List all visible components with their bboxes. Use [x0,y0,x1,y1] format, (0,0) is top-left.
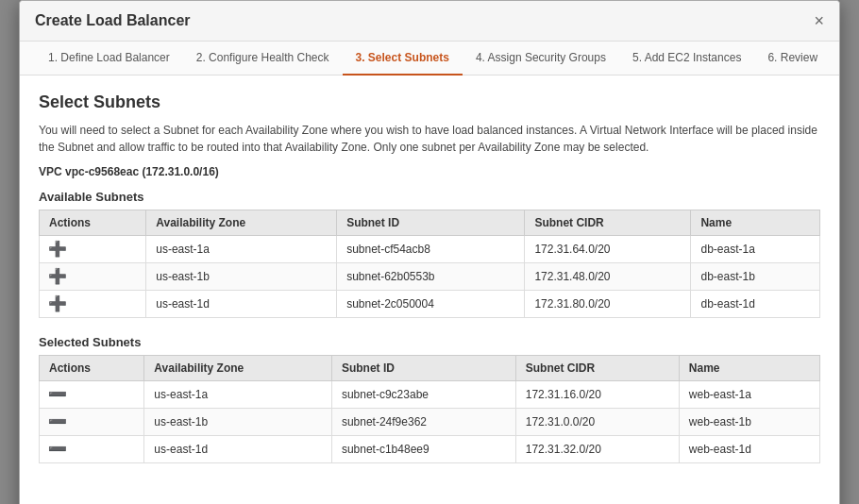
tab-review[interactable]: 6. Review [754,42,831,76]
table-row: ➖ us-east-1b subnet-24f9e362 172.31.0.0/… [40,409,820,436]
col-cidr-available: Subnet CIDR [525,210,691,236]
col-actions-available: Actions [40,210,146,236]
remove-subnet-button[interactable]: ➖ [49,386,66,403]
selected-cidr-cell: 172.31.16.0/20 [515,381,679,409]
available-name-cell: db-east-1a [691,236,820,263]
col-name-available: Name [691,210,820,236]
table-row: ➕ us-east-1d subnet-2c050004 172.31.80.0… [40,291,820,318]
selected-subnets-title: Selected Subnets [39,335,820,349]
tabs-bar: 1. Define Load Balancer 2. Configure Hea… [20,42,839,76]
available-cidr-cell: 172.31.48.0/20 [525,263,691,291]
remove-subnet-action[interactable]: ➖ [40,381,144,409]
available-az-cell: us-east-1b [146,263,337,291]
remove-subnet-action[interactable]: ➖ [40,436,144,463]
col-az-selected: Availability Zone [144,356,332,381]
add-subnet-button[interactable]: ➕ [49,241,66,258]
add-subnet-action[interactable]: ➕ [40,291,146,318]
modal-body: Select Subnets You will need to select a… [20,76,839,497]
add-subnet-button[interactable]: ➕ [49,268,66,285]
available-subnets-title: Available Subnets [39,190,820,204]
table-row: ➕ us-east-1b subnet-62b0553b 172.31.48.0… [40,263,820,291]
available-cidr-cell: 172.31.80.0/20 [525,291,691,318]
selected-name-cell: web-east-1d [679,436,819,463]
table-row: ➕ us-east-1a subnet-cf54acb8 172.31.64.0… [40,236,820,263]
remove-subnet-button[interactable]: ➖ [49,441,66,458]
modal-title: Create Load Balancer [35,12,191,29]
available-subnetid-cell: subnet-cf54acb8 [337,236,525,263]
available-name-cell: db-east-1b [691,263,820,291]
selected-az-cell: us-east-1d [144,436,332,463]
modal-footer: Back Continue [20,497,839,504]
tab-assign-security-groups[interactable]: 4. Assign Security Groups [463,42,619,76]
selected-cidr-cell: 172.31.32.0/20 [515,436,679,463]
table-row: ➖ us-east-1d subnet-c1b48ee9 172.31.32.0… [40,436,820,463]
available-az-cell: us-east-1d [146,291,337,318]
table-row: ➖ us-east-1a subnet-c9c23abe 172.31.16.0… [40,381,820,409]
selected-name-cell: web-east-1b [679,409,819,436]
remove-subnet-button[interactable]: ➖ [49,413,66,430]
selected-subnetid-cell: subnet-c9c23abe [331,381,515,409]
close-button[interactable]: × [814,12,824,29]
description-text: You will need to select a Subnet for eac… [39,122,820,156]
selected-name-cell: web-east-1a [679,381,819,409]
available-subnetid-cell: subnet-2c050004 [337,291,525,318]
col-cidr-selected: Subnet CIDR [515,356,679,381]
selected-cidr-cell: 172.31.0.0/20 [515,409,679,436]
add-subnet-button[interactable]: ➕ [49,295,66,312]
col-subnetid-available: Subnet ID [337,210,525,236]
selected-az-cell: us-east-1a [144,381,332,409]
selected-subnetid-cell: subnet-c1b48ee9 [331,436,515,463]
tab-configure-health-check[interactable]: 2. Configure Health Check [183,42,343,76]
modal-overlay: Create Load Balancer × 1. Define Load Ba… [0,0,859,504]
available-subnets-table: Actions Availability Zone Subnet ID Subn… [39,210,820,318]
selected-az-cell: us-east-1b [144,409,332,436]
available-az-cell: us-east-1a [146,236,337,263]
tab-define-load-balancer[interactable]: 1. Define Load Balancer [35,42,183,76]
col-az-available: Availability Zone [146,210,337,236]
modal: Create Load Balancer × 1. Define Load Ba… [19,0,840,504]
page-title: Select Subnets [39,92,820,112]
tab-add-ec2-instances[interactable]: 5. Add EC2 Instances [619,42,754,76]
available-subnetid-cell: subnet-62b0553b [337,263,525,291]
selected-subnets-table: Actions Availability Zone Subnet ID Subn… [39,355,820,463]
selected-subnetid-cell: subnet-24f9e362 [331,409,515,436]
tab-select-subnets[interactable]: 3. Select Subnets [343,42,463,76]
selected-subnets-header-row: Actions Availability Zone Subnet ID Subn… [40,356,820,381]
col-actions-selected: Actions [40,356,144,381]
add-subnet-action[interactable]: ➕ [40,263,146,291]
available-cidr-cell: 172.31.64.0/20 [525,236,691,263]
col-name-selected: Name [679,356,819,381]
add-subnet-action[interactable]: ➕ [40,236,146,263]
vpc-label: VPC vpc-c9568eac (172.31.0.0/16) [39,165,820,178]
modal-header: Create Load Balancer × [20,1,839,42]
available-name-cell: db-east-1d [691,291,820,318]
remove-subnet-action[interactable]: ➖ [40,409,144,436]
col-subnetid-selected: Subnet ID [331,356,515,381]
available-subnets-header-row: Actions Availability Zone Subnet ID Subn… [40,210,820,236]
